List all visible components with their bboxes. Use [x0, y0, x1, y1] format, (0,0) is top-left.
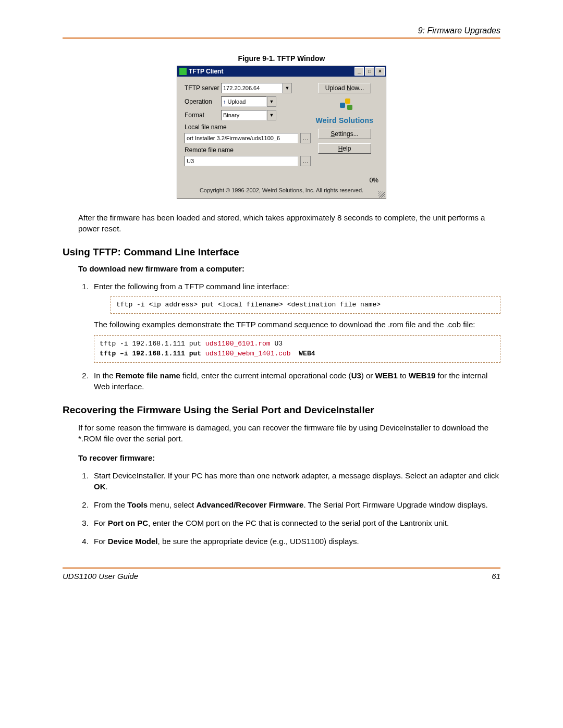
logo-icon	[337, 97, 352, 112]
format-select[interactable]: Binary	[221, 110, 267, 120]
browse-local-button[interactable]: …	[300, 133, 311, 143]
recover-step-1: Start DeviceInstaller. If your PC has mo…	[91, 470, 500, 492]
recover-step-2: From the Tools menu, select Advanced/Rec…	[91, 499, 500, 510]
localfile-input[interactable]: ort Installer 3.2/Firmware/uds1100_6	[185, 133, 298, 143]
operation-label: Operation	[185, 98, 221, 105]
cli-step1-text: Enter the following from a TFTP command …	[94, 282, 289, 291]
settings-button[interactable]: Settings...	[318, 129, 371, 139]
para-recover: If for some reason the firmware is damag…	[78, 422, 500, 444]
operation-value: Upload	[228, 98, 246, 105]
sub-download: To download new firmware from a computer…	[78, 264, 500, 273]
browse-remote-button[interactable]: …	[300, 156, 311, 166]
footer-left: UDS1100 User Guide	[63, 572, 138, 581]
codebox-1: tftp -i <ip address> put <local filename…	[111, 296, 500, 314]
page-header: 9: Firmware Upgrades	[63, 26, 500, 35]
remotefile-input[interactable]: U3	[185, 156, 298, 166]
resize-grip[interactable]	[378, 191, 385, 198]
titlebar: TFTP Client _ □ ×	[177, 66, 386, 77]
heading-recover: Recovering the Firmware Using the Serial…	[63, 404, 500, 416]
server-label: TFTP server	[185, 84, 221, 92]
sub-recover: To recover firmware:	[78, 453, 500, 462]
examples-intro: The following examples demonstrate the T…	[94, 319, 500, 330]
bottom-rule	[63, 567, 500, 569]
page-footer: UDS1100 User Guide 61	[63, 572, 500, 581]
recover-steps: Start DeviceInstaller. If your PC has mo…	[78, 470, 500, 547]
window-title: TFTP Client	[189, 66, 223, 77]
top-rule	[63, 38, 500, 39]
help-button[interactable]: Help	[318, 143, 371, 154]
operation-select[interactable]: ↑ Upload	[221, 96, 267, 107]
recover-step-3: For Port on PC, enter the COM port on th…	[91, 517, 500, 528]
server-dropdown-icon[interactable]: ▼	[283, 83, 292, 93]
operation-dropdown-icon[interactable]: ▼	[267, 96, 276, 107]
tftp-window: TFTP Client _ □ × TFTP server 172.20.206…	[177, 66, 386, 199]
footer-right: 61	[492, 572, 500, 581]
format-dropdown-icon[interactable]: ▼	[267, 110, 276, 120]
cli-step-2: In the Remote file name field, enter the…	[91, 370, 500, 392]
copyright: Copyright © 1996-2002, Weird Solutions, …	[177, 184, 386, 199]
heading-tftp-cli: Using TFTP: Command Line Interface	[63, 246, 500, 258]
localfile-label: Local file name	[185, 124, 311, 131]
format-label: Format	[185, 112, 221, 119]
remotefile-label: Remote file name	[185, 146, 311, 154]
recover-step-4: For Device Model, be sure the appropriat…	[91, 536, 500, 547]
cli-step-1: Enter the following from a TFTP command …	[91, 281, 500, 363]
upload-arrow-icon: ↑	[223, 98, 226, 105]
codebox-2: tftp -i 192.168.1.111 put uds1100_6101.r…	[94, 335, 500, 363]
maximize-button[interactable]: □	[365, 67, 374, 76]
para-after-figure: After the firmware has been loaded and s…	[78, 212, 500, 234]
cli-steps: Enter the following from a TFTP command …	[78, 281, 500, 392]
close-button[interactable]: ×	[375, 67, 385, 76]
brand-label: Weird Solutions	[311, 116, 378, 125]
server-input[interactable]: 172.20.206.64	[221, 83, 283, 93]
progress-label: 0%	[177, 175, 386, 184]
app-icon	[179, 68, 187, 75]
figure-caption: Figure 9-1. TFTP Window	[63, 54, 500, 63]
minimize-button[interactable]: _	[354, 67, 364, 76]
upload-button[interactable]: Upload Now...	[318, 83, 371, 93]
